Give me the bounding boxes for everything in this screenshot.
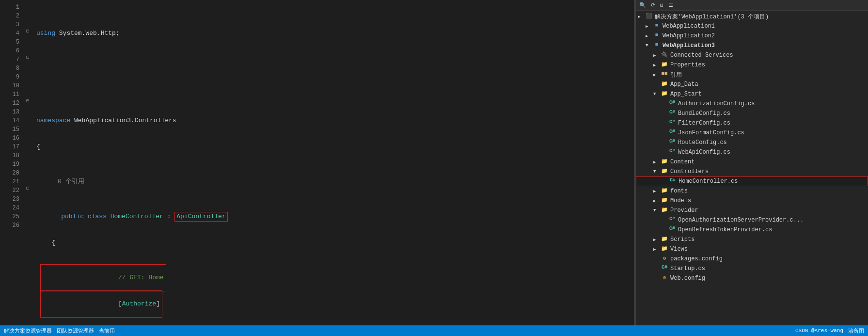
tree-item-solution[interactable]: ▶ ⬛ 解决方案'WebApplication1'(3 个项目) — [636, 12, 868, 21]
tree-item-webapp3[interactable]: ▼ ■ WebApplication3 — [636, 41, 868, 50]
se-toolbar-search[interactable]: 🔍 — [638, 1, 647, 9]
webapp1-arrow: ▶ — [646, 24, 652, 29]
collapse-namespace[interactable]: ⊟ — [26, 28, 29, 34]
ortp-icon: C# — [668, 226, 677, 234]
status-author: CSDN @Ares-Wang — [795, 328, 843, 334]
code-content[interactable]: using System.Web.Http; namespace WebAppl… — [34, 2, 634, 336]
code-line-8: // GET: Home — [36, 273, 634, 282]
se-toolbar-sync[interactable]: ⟳ — [649, 1, 657, 9]
se-toolbar-options[interactable]: ☰ — [667, 1, 675, 9]
status-bar-right: CSDN @Ares-Wang 治所图 — [795, 327, 864, 335]
se-toolbar-collapse[interactable]: ⊟ — [659, 1, 665, 9]
code-line-4: namespace WebApplication3.Controllers — [36, 116, 634, 125]
startup-label: Startup.cs — [670, 265, 705, 272]
bundleconfig-icon: C# — [668, 110, 677, 117]
provider-label: Provider — [670, 207, 698, 214]
connected-arrow: ▶ — [653, 53, 660, 58]
views-icon: 📁 — [660, 245, 669, 253]
tree-item-webconfig[interactable]: ⚙ Web.config — [636, 273, 868, 283]
jsonconfig-label: JsonFormatConfig.cs — [678, 129, 744, 136]
solution-explorer: 🔍 ⟳ ⊟ ☰ ▶ ⬛ 解决方案'WebApplication1'(3 个项目)… — [635, 0, 868, 336]
content-icon: 📁 — [660, 158, 669, 166]
controllers-icon: 📁 — [660, 168, 669, 176]
tree-item-refs[interactable]: ▶ ■■ 引用 — [636, 70, 868, 80]
code-content-wrapper: using System.Web.Http; namespace WebAppl… — [34, 2, 634, 336]
tree-item-bundleconfig[interactable]: C# BundleConfig.cs — [636, 109, 868, 118]
startup-icon: C# — [660, 265, 669, 272]
models-icon: 📁 — [660, 197, 669, 205]
filterconfig-label: FilterConfig.cs — [678, 120, 730, 127]
code-line-1: using System.Web.Http; — [36, 29, 634, 38]
tree-item-views[interactable]: ▶ 📁 Views — [636, 244, 868, 254]
webapiconfig-label: WebApiConfig.cs — [678, 149, 730, 156]
provider-arrow: ▼ — [653, 208, 660, 213]
tree-item-appdata[interactable]: 📁 App_Data — [636, 80, 868, 89]
tree-item-oasp[interactable]: C# OpenAuthorizationServerProvider.c... — [636, 215, 868, 225]
tree-item-startup[interactable]: C# Startup.cs — [636, 264, 868, 273]
provider-icon: 📁 — [660, 207, 669, 214]
packages-label: packages.config — [670, 256, 723, 262]
tree-item-appstart[interactable]: ▼ 📁 App_Start — [636, 89, 868, 99]
oasp-label: OpenAuthorizationServerProvider.c... — [678, 217, 804, 224]
oasp-icon: C# — [668, 216, 677, 224]
tree-item-homecontroller[interactable]: C# HomeController.cs — [636, 176, 868, 186]
views-label: Views — [670, 246, 688, 253]
solution-arrow: ▶ — [638, 14, 645, 19]
tree-item-properties[interactable]: ▶ 📁 Properties — [636, 60, 868, 70]
webapiconfig-icon: C# — [668, 148, 677, 156]
tree-item-routeconfig[interactable]: C# RouteConfig.cs — [636, 138, 868, 147]
status-current: 当前用 — [99, 327, 115, 335]
filterconfig-icon: C# — [668, 119, 677, 127]
code-line-class: public class HomeController : ApiControl… — [36, 212, 634, 221]
tree-item-jsonconfig[interactable]: C# JsonFormatConfig.cs — [636, 128, 868, 138]
webapp3-arrow: ▼ — [646, 43, 652, 48]
tree-item-content[interactable]: ▶ 📁 Content — [636, 157, 868, 167]
tree-item-models[interactable]: ▶ 📁 Models — [636, 196, 868, 206]
status-bar: 解决方案资源管理器 团队资源管理器 当前用 CSDN @Ares-Wang 治所… — [0, 325, 868, 336]
code-line-7: { — [36, 239, 634, 247]
tree-item-packages[interactable]: ⚙ packages.config — [636, 254, 868, 264]
fonts-arrow: ▶ — [653, 189, 660, 194]
code-line-3 — [36, 81, 634, 90]
authconfig-label: AuthorizationConfig.cs — [678, 100, 755, 107]
models-label: Models — [670, 197, 691, 204]
tree-item-webapiconfig[interactable]: C# WebApiConfig.cs — [636, 147, 868, 157]
tree-item-controllers[interactable]: ▼ 📁 Controllers — [636, 167, 868, 176]
content-label: Content — [670, 159, 694, 165]
homecontroller-label: HomeController.cs — [679, 178, 738, 185]
tree-item-filterconfig[interactable]: C# FilterConfig.cs — [636, 118, 868, 128]
tree-item-scripts[interactable]: ▶ 📁 Scripts — [636, 235, 868, 244]
scripts-arrow: ▶ — [653, 237, 660, 242]
collapse-get1[interactable]: ⊟ — [26, 98, 29, 104]
bundleconfig-label: BundleConfig.cs — [678, 110, 730, 117]
code-line-9: [Authorize] — [36, 300, 634, 308]
packages-icon: ⚙ — [660, 255, 669, 263]
webapp1-icon: ■ — [652, 22, 661, 30]
connected-label: Connected Services — [670, 52, 733, 59]
controllers-label: Controllers — [670, 168, 709, 175]
routeconfig-label: RouteConfig.cs — [678, 139, 727, 146]
tree-item-webapp2[interactable]: ▶ ■ WebApplication2 — [636, 31, 868, 41]
webconfig-label: Web.config — [670, 275, 705, 282]
appstart-icon: 📁 — [660, 90, 669, 98]
properties-label: Properties — [670, 62, 705, 68]
code-line-ref1: 0 个引用 — [36, 177, 634, 186]
tree-item-ortp[interactable]: C# OpenRefreshTokenProvider.cs — [636, 225, 868, 235]
tree-item-webapp1[interactable]: ▶ ■ WebApplication1 — [636, 21, 868, 31]
fonts-label: fonts — [670, 188, 688, 194]
tree-item-connected[interactable]: ▶ 🔌 Connected Services — [636, 50, 868, 60]
status-solution-explorer[interactable]: 解决方案资源管理器 — [4, 327, 52, 335]
appdata-label: App_Data — [670, 81, 698, 88]
se-toolbar: 🔍 ⟳ ⊟ ☰ — [636, 0, 868, 11]
tree-item-authconfig[interactable]: C# AuthorizationConfig.cs — [636, 99, 868, 109]
fonts-icon: 📁 — [660, 187, 669, 195]
code-line-5: { — [36, 143, 634, 151]
tree-item-fonts[interactable]: ▶ 📁 fonts — [636, 186, 868, 196]
line-numbers: 1 2 3 4 5 6 7 8 9 10 11 12 13 14 15 16 1… — [0, 2, 24, 336]
status-team-explorer[interactable]: 团队资源管理器 — [57, 327, 94, 335]
status-bar-left: 解决方案资源管理器 团队资源管理器 当前用 — [4, 327, 115, 335]
tree-item-provider[interactable]: ▼ 📁 Provider — [636, 206, 868, 215]
collapse-class[interactable]: ⊟ — [26, 54, 29, 60]
scripts-icon: 📁 — [660, 236, 669, 243]
collapse-get2[interactable]: ⊟ — [26, 185, 29, 191]
